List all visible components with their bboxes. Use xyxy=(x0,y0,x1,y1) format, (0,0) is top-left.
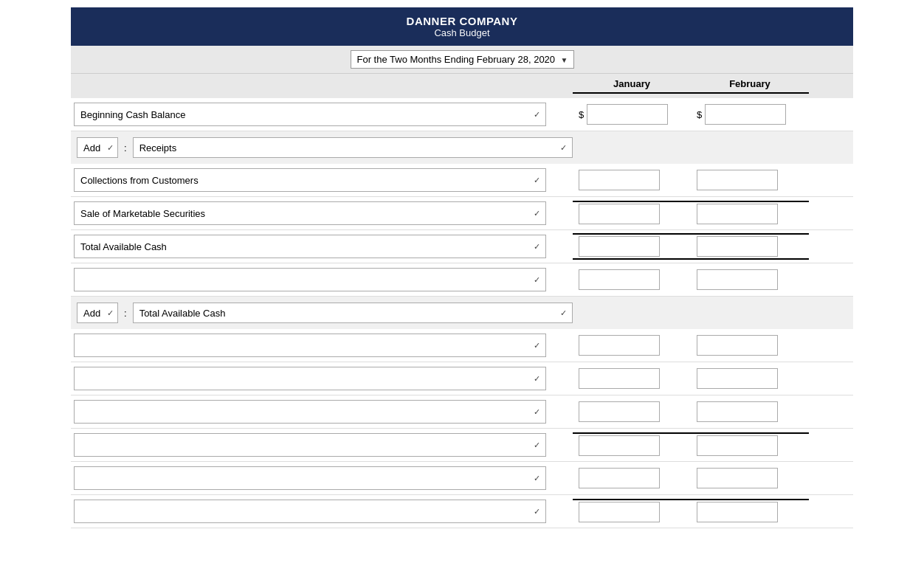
sale-securities-feb-cell xyxy=(691,201,809,226)
collections-dropdown-wrapper[interactable]: Collections from Customers xyxy=(74,168,546,192)
empty-row1-dropdown-wrapper[interactable] xyxy=(74,268,546,291)
collections-jan-input[interactable] xyxy=(579,170,660,190)
page-wrapper: DANNER COMPANY Cash Budget For the Two M… xyxy=(63,0,861,536)
add-total-available-label-area: Add : Total Available Cash xyxy=(74,300,576,326)
empty-row1-jan-input[interactable] xyxy=(579,269,660,290)
collections-label-cell: Collections from Customers xyxy=(71,167,573,193)
empty-row2-jan-cell xyxy=(573,334,691,357)
add-receipts-add-wrapper[interactable]: Add xyxy=(77,137,118,158)
empty-row1-label-cell xyxy=(71,266,573,293)
empty-row2-select[interactable] xyxy=(74,334,546,357)
total-available-select[interactable]: Total Available Cash xyxy=(74,235,546,258)
empty-row7-dropdown-wrapper[interactable] xyxy=(74,500,546,523)
empty-row4-select[interactable] xyxy=(74,400,546,424)
beginning-cash-feb-cell: $ xyxy=(691,103,809,126)
column-headers: January February xyxy=(71,74,853,98)
empty-row2-feb-cell xyxy=(691,334,809,357)
total-available-right-select[interactable]: Total Available Cash xyxy=(133,303,573,323)
beginning-cash-jan-input[interactable] xyxy=(587,104,668,125)
empty-row1-select[interactable] xyxy=(74,268,546,291)
table-row: Sale of Marketable Securities xyxy=(71,197,853,230)
table-row xyxy=(71,362,853,395)
empty-row5-feb-input[interactable] xyxy=(697,435,778,456)
collections-jan-cell xyxy=(573,168,691,192)
sale-securities-select[interactable]: Sale of Marketable Securities xyxy=(74,201,546,225)
empty-row3-label-cell xyxy=(71,365,573,392)
beginning-cash-feb-input[interactable] xyxy=(705,104,786,125)
beginning-cash-dropdown-wrapper[interactable]: Beginning Cash Balance xyxy=(74,103,546,126)
empty-row6-select[interactable] xyxy=(74,466,546,490)
total-available-dropdown-wrapper[interactable]: Total Available Cash xyxy=(74,235,546,258)
table-body: Beginning Cash Balance $ $ Add xyxy=(71,98,853,528)
empty-row6-jan-input[interactable] xyxy=(579,468,660,488)
empty-row1-feb-input[interactable] xyxy=(697,269,778,290)
receipts-select[interactable]: Receipts xyxy=(133,137,573,158)
empty-row5-label-cell xyxy=(71,432,573,458)
empty-row6-jan-cell xyxy=(573,466,691,490)
add-total-available-add-wrapper[interactable]: Add xyxy=(77,303,118,323)
empty-row6-label-cell xyxy=(71,465,573,491)
empty-row5-jan-input[interactable] xyxy=(579,435,660,456)
empty-row4-dropdown-wrapper[interactable] xyxy=(74,400,546,424)
empty-row2-jan-input[interactable] xyxy=(579,335,660,356)
empty-row6-feb-input[interactable] xyxy=(697,468,778,488)
dollar-sign-jan: $ xyxy=(579,109,584,120)
collections-feb-cell xyxy=(691,168,809,192)
empty-row4-feb-cell xyxy=(691,400,809,424)
empty-row3-select[interactable] xyxy=(74,367,546,390)
empty-row7-jan-cell xyxy=(573,499,691,524)
table-row xyxy=(71,395,853,429)
empty-row3-jan-cell xyxy=(573,367,691,390)
empty-row7-feb-input[interactable] xyxy=(697,502,778,522)
sale-securities-label-cell: Sale of Marketable Securities xyxy=(71,200,573,227)
beginning-cash-select[interactable]: Beginning Cash Balance xyxy=(74,103,546,126)
collections-feb-input[interactable] xyxy=(697,170,778,190)
dollar-sign-feb: $ xyxy=(697,109,702,120)
total-available-label-cell: Total Available Cash xyxy=(71,233,573,260)
table-row xyxy=(71,462,853,495)
total-available-jan-input[interactable] xyxy=(579,236,660,257)
table-row: Beginning Cash Balance $ $ xyxy=(71,98,853,131)
receipts-dropdown-wrapper[interactable]: Receipts xyxy=(133,137,573,158)
beginning-cash-label-cell: Beginning Cash Balance xyxy=(71,101,573,128)
empty-row7-label-cell xyxy=(71,498,573,525)
empty-row2-dropdown-wrapper[interactable] xyxy=(74,334,546,357)
empty-row3-feb-input[interactable] xyxy=(697,368,778,389)
add-total-available-row: Add : Total Available Cash xyxy=(71,297,853,329)
empty-row4-jan-input[interactable] xyxy=(579,401,660,422)
sale-securities-dropdown-wrapper[interactable]: Sale of Marketable Securities xyxy=(74,201,546,225)
add-receipts-add-select[interactable]: Add xyxy=(77,137,118,158)
empty-row7-select[interactable] xyxy=(74,500,546,523)
empty-row4-feb-input[interactable] xyxy=(697,401,778,422)
company-name: DANNER COMPANY xyxy=(86,15,838,27)
period-select-wrapper[interactable]: For the Two Months Ending February 28, 2… xyxy=(351,50,574,69)
january-header: January xyxy=(573,78,691,94)
empty-row2-feb-input[interactable] xyxy=(697,335,778,356)
add-receipts-row: Add : Receipts xyxy=(71,131,853,164)
empty-row6-dropdown-wrapper[interactable] xyxy=(74,466,546,490)
add-receipts-label-area: Add : Receipts xyxy=(74,134,576,161)
empty-row3-dropdown-wrapper[interactable] xyxy=(74,367,546,390)
empty-row6-feb-cell xyxy=(691,466,809,490)
total-available-right-dropdown-wrapper[interactable]: Total Available Cash xyxy=(133,303,573,323)
empty-row2-label-cell xyxy=(71,332,573,359)
empty-row5-dropdown-wrapper[interactable] xyxy=(74,433,546,457)
empty-row3-jan-input[interactable] xyxy=(579,368,660,389)
empty-row7-jan-input[interactable] xyxy=(579,502,660,522)
empty-row5-select[interactable] xyxy=(74,433,546,457)
total-available-feb-input[interactable] xyxy=(697,236,778,257)
sale-securities-jan-cell xyxy=(573,201,691,226)
period-select[interactable]: For the Two Months Ending February 28, 2… xyxy=(351,50,574,69)
table-row xyxy=(71,429,853,462)
empty-row1-jan-cell xyxy=(573,268,691,291)
empty-row7-feb-cell xyxy=(691,499,809,524)
table-row: Collections from Customers xyxy=(71,164,853,197)
header: DANNER COMPANY Cash Budget xyxy=(71,7,853,46)
sale-securities-jan-input[interactable] xyxy=(579,204,660,224)
empty-row5-jan-cell xyxy=(573,432,691,457)
empty-row1-feb-cell xyxy=(691,268,809,291)
collections-select[interactable]: Collections from Customers xyxy=(74,168,546,192)
table-row: Total Available Cash xyxy=(71,230,853,263)
sale-securities-feb-input[interactable] xyxy=(697,204,778,224)
add-total-available-add-select[interactable]: Add xyxy=(77,303,118,323)
